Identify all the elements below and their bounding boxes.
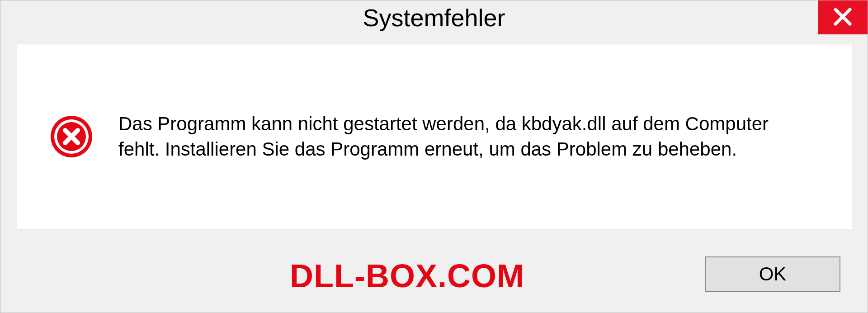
error-message: Das Programm kann nicht gestartet werden… [118, 111, 788, 162]
error-dialog: Systemfehler Das Programm kann nicht ges… [0, 0, 868, 313]
dialog-footer: DLL-BOX.COM OK [0, 236, 868, 313]
titlebar: Systemfehler [0, 0, 868, 34]
close-button[interactable] [818, 0, 868, 34]
watermark-text: DLL-BOX.COM [290, 257, 524, 294]
error-icon [50, 115, 93, 158]
ok-button[interactable]: OK [705, 256, 840, 292]
content-area: Das Programm kann nicht gestartet werden… [17, 44, 852, 229]
close-icon [833, 7, 853, 28]
dialog-title: Systemfehler [363, 4, 505, 32]
